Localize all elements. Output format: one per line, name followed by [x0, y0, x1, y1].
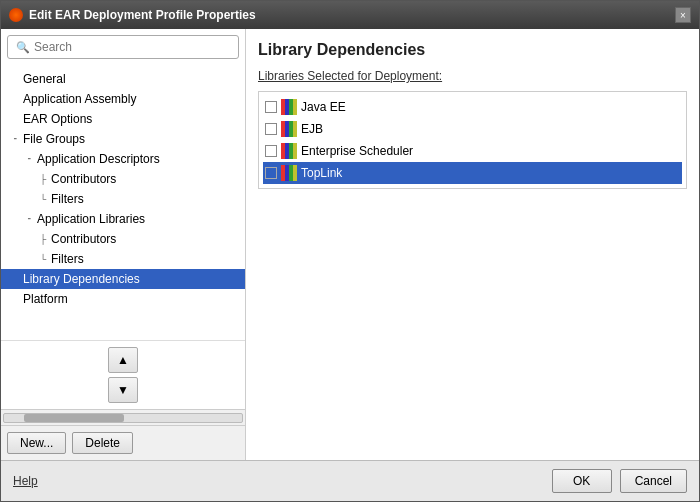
close-button[interactable]: × [675, 7, 691, 23]
svg-rect-11 [293, 143, 297, 159]
tree-item-application-assembly[interactable]: Application Assembly [1, 89, 245, 109]
new-button[interactable]: New... [7, 432, 66, 454]
delete-button[interactable]: Delete [72, 432, 133, 454]
app-icon [9, 8, 23, 22]
down-arrow-icon: ▼ [117, 383, 129, 397]
no-expand-icon [9, 273, 21, 285]
svg-rect-15 [293, 165, 297, 181]
title-bar: Edit EAR Deployment Profile Properties × [1, 1, 699, 29]
library-list: Java EE [258, 91, 687, 189]
section-subtitle: Libraries Selected for Deployment: [258, 69, 687, 83]
tree-item-contributors-1[interactable]: ├ Contributors [1, 169, 245, 189]
footer-left: Help [13, 474, 38, 488]
tree-arrows-area: ▲ ▼ [1, 340, 245, 409]
library-list-area: Java EE [258, 91, 687, 448]
no-expand-icon [9, 93, 21, 105]
svg-rect-6 [289, 121, 293, 137]
lib-name-ejb: EJB [301, 122, 323, 136]
tree-item-application-libraries[interactable]: ⁃ Application Libraries [1, 209, 245, 229]
tree-item-contributors-2[interactable]: ├ Contributors [1, 229, 245, 249]
no-expand-icon [9, 113, 21, 125]
dialog: Edit EAR Deployment Profile Properties ×… [0, 0, 700, 502]
ok-button[interactable]: OK [552, 469, 612, 493]
up-arrow-icon: ▲ [117, 353, 129, 367]
svg-rect-5 [285, 121, 289, 137]
svg-rect-13 [285, 165, 289, 181]
lib-item-enterprise-scheduler[interactable]: Enterprise Scheduler [263, 140, 682, 162]
svg-rect-10 [289, 143, 293, 159]
dialog-title: Edit EAR Deployment Profile Properties [29, 8, 256, 22]
tree-item-library-dependencies[interactable]: Library Dependencies [1, 269, 245, 289]
lib-checkbox-enterprise-scheduler[interactable] [265, 145, 277, 157]
tree-item-general[interactable]: General [1, 69, 245, 89]
search-icon: 🔍 [16, 41, 30, 54]
svg-rect-0 [281, 99, 285, 115]
lib-name-enterprise-scheduler: Enterprise Scheduler [301, 144, 413, 158]
left-panel: 🔍 General Application Assembly [1, 29, 246, 460]
scrollbar-thumb[interactable] [24, 414, 124, 422]
scrollbar-track[interactable] [3, 413, 243, 423]
cancel-button[interactable]: Cancel [620, 469, 687, 493]
lib-item-toplink[interactable]: TopLink [263, 162, 682, 184]
footer-right: OK Cancel [552, 469, 687, 493]
collapse-icon: ⁃ [9, 133, 21, 145]
tree-item-application-descriptors[interactable]: ⁃ Application Descriptors [1, 149, 245, 169]
lib-icon-java-ee [281, 99, 297, 115]
help-link[interactable]: Help [13, 474, 38, 488]
svg-rect-1 [285, 99, 289, 115]
svg-rect-14 [289, 165, 293, 181]
bottom-buttons: New... Delete [1, 425, 245, 460]
lib-checkbox-ejb[interactable] [265, 123, 277, 135]
svg-rect-2 [289, 99, 293, 115]
lib-name-java-ee: Java EE [301, 100, 346, 114]
scrollbar-area [1, 409, 245, 425]
collapse-icon: ⁃ [23, 213, 35, 225]
svg-rect-4 [281, 121, 285, 137]
no-expand-icon: ├ [37, 173, 49, 185]
svg-rect-7 [293, 121, 297, 137]
svg-rect-12 [281, 165, 285, 181]
dialog-footer: Help OK Cancel [1, 460, 699, 501]
no-expand-icon: ├ [37, 233, 49, 245]
lib-checkbox-java-ee[interactable] [265, 101, 277, 113]
collapse-icon: ⁃ [23, 153, 35, 165]
lib-checkbox-toplink[interactable] [265, 167, 277, 179]
no-expand-icon: └ [37, 193, 49, 205]
search-input[interactable] [34, 40, 230, 54]
svg-rect-8 [281, 143, 285, 159]
search-box[interactable]: 🔍 [7, 35, 239, 59]
no-expand-icon: └ [37, 253, 49, 265]
svg-rect-3 [293, 99, 297, 115]
lib-name-toplink: TopLink [301, 166, 342, 180]
tree-item-platform[interactable]: Platform [1, 289, 245, 309]
lib-item-java-ee[interactable]: Java EE [263, 96, 682, 118]
right-panel: Library Dependencies Libraries Selected … [246, 29, 699, 460]
move-up-button[interactable]: ▲ [108, 347, 138, 373]
lib-icon-ejb [281, 121, 297, 137]
tree-item-file-groups[interactable]: ⁃ File Groups [1, 129, 245, 149]
tree-item-filters-1[interactable]: └ Filters [1, 189, 245, 209]
no-expand-icon [9, 293, 21, 305]
main-content: 🔍 General Application Assembly [1, 29, 699, 460]
lib-item-ejb[interactable]: EJB [263, 118, 682, 140]
tree-item-ear-options[interactable]: EAR Options [1, 109, 245, 129]
lib-icon-toplink [281, 165, 297, 181]
svg-rect-9 [285, 143, 289, 159]
no-expand-icon [9, 73, 21, 85]
section-title: Library Dependencies [258, 41, 687, 59]
right-content: Java EE [258, 91, 687, 448]
tree-item-filters-2[interactable]: └ Filters [1, 249, 245, 269]
title-bar-left: Edit EAR Deployment Profile Properties [9, 8, 256, 22]
lib-icon-enterprise-scheduler [281, 143, 297, 159]
move-down-button[interactable]: ▼ [108, 377, 138, 403]
tree: General Application Assembly EAR Options [1, 65, 245, 340]
